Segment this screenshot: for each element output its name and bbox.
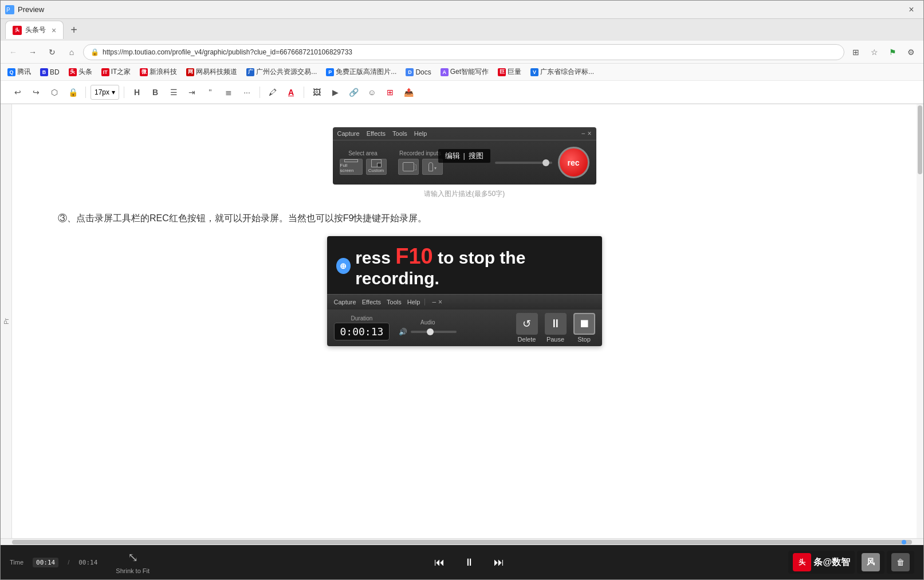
bookmark-icon-jl: 巨	[498, 68, 506, 76]
tab-close-button[interactable]: ×	[52, 26, 56, 35]
total-time: 00:14	[78, 559, 97, 566]
minimize-icon-2: –	[432, 298, 436, 306]
bookmark-bd[interactable]: B BD	[38, 67, 62, 77]
play-pause-button[interactable]: ⏸	[460, 553, 478, 571]
bookmark-sina[interactable]: 微 新浪科技	[137, 66, 179, 78]
tab-title: 头条号	[25, 25, 46, 35]
browser-chrome: 头 头条号 × + ← → ↻ ⌂ 🔒 https://mp.toutiao.c…	[1, 19, 923, 104]
upload-button[interactable]: 📤	[400, 84, 416, 100]
rec-button[interactable]: rec	[558, 147, 589, 178]
left-handle: Pr	[1, 104, 12, 538]
settings-button[interactable]: ⚙	[903, 44, 919, 60]
menu-tools: Tools	[392, 130, 407, 137]
duration-label: Duration	[351, 315, 373, 322]
bookmark-icon-bd: B	[40, 68, 48, 76]
eraser-button[interactable]: ⬡	[46, 84, 62, 100]
bookmark-photo[interactable]: P 免费正版高清图片...	[324, 66, 399, 78]
star-button[interactable]: ☆	[866, 44, 882, 60]
undo-button[interactable]: ↩	[10, 84, 26, 100]
shrink-icon: ⤡	[128, 550, 138, 565]
bookmark-tencent[interactable]: Q 腾讯	[5, 66, 33, 78]
highlight-button[interactable]: 🖍	[265, 84, 281, 100]
table-button[interactable]: ⊞	[382, 84, 398, 100]
menu-effects: Effects	[367, 130, 386, 137]
pause-button[interactable]: ⏸ Pause	[545, 313, 567, 343]
tab-bar: 头 头条号 × +	[1, 19, 923, 41]
bookmark-163[interactable]: 网 网易科技频道	[184, 66, 239, 78]
stop-button[interactable]: ⏹ Stop	[573, 313, 595, 343]
bookmark-ithome[interactable]: IT IT之家	[99, 66, 133, 78]
menu-effects-2: Effects	[362, 299, 381, 305]
watermark-icon-2: 风	[862, 553, 880, 571]
screenshot-image-1: Capture Effects Tools Help − ×	[333, 127, 596, 185]
content-paragraph[interactable]: ③、点击录屏工具栏的REC红色按钮，就可以开始录屏。当然也可以按F9快捷键开始录…	[58, 210, 871, 227]
menu-tools-2: Tools	[387, 299, 402, 305]
left-handle-text: Pr	[3, 318, 10, 324]
indent-button[interactable]: ⇥	[184, 84, 200, 100]
window-title: Preview	[18, 5, 904, 14]
bookmark-icon-photo: P	[326, 68, 334, 76]
refresh-button[interactable]: ↻	[44, 44, 60, 60]
quote-button[interactable]: "	[202, 84, 218, 100]
svg-text:P: P	[6, 7, 10, 13]
main-content: Pr Capture Effects Tools Help	[1, 104, 923, 538]
scroll-thumb-h[interactable]	[12, 540, 912, 544]
close-button[interactable]: ×	[904, 2, 919, 17]
redo-button[interactable]: ↪	[28, 84, 44, 100]
bookmarks-bar: Q 腾讯 B BD 头 头条 IT IT之家 微 新浪科技 网 网易科技频道	[1, 64, 923, 81]
prev-frame-button[interactable]: ⏮	[430, 553, 449, 571]
font-size-selector[interactable]: 17px ▾	[91, 85, 119, 100]
list-button[interactable]: ☰	[166, 84, 182, 100]
delete-button[interactable]: ↺ Delete	[516, 313, 538, 343]
playback-controls: ⏮ ⏸ ⏭	[159, 553, 779, 571]
scroll-dot	[902, 540, 906, 544]
link-button[interactable]: 🔗	[345, 84, 361, 100]
bottom-scrollbar[interactable]	[1, 538, 923, 545]
webcam-btn	[398, 159, 419, 175]
window: P Preview × 头 头条号 × + ← → ↻ ⌂ 🔒 https://…	[0, 0, 924, 580]
next-frame-button[interactable]: ⏭	[490, 553, 508, 571]
menu-help: Help	[414, 130, 427, 137]
select-area-label: Select area	[348, 150, 378, 156]
home-button[interactable]: ⌂	[64, 44, 80, 60]
color-button[interactable]: A	[283, 84, 299, 100]
nav-bar: ← → ↻ ⌂ 🔒 https://mp.toutiao.com/profile…	[1, 41, 923, 64]
watermark-text: 条@数智	[813, 557, 850, 569]
toolbar-divider-2	[124, 87, 124, 98]
browser-tab[interactable]: 头 头条号 ×	[5, 21, 64, 39]
back-button[interactable]: ←	[5, 44, 21, 60]
bookmark-docs[interactable]: D Docs	[403, 67, 433, 77]
emoji-button[interactable]: ☺	[364, 84, 380, 100]
align-button[interactable]: ≣	[221, 84, 237, 100]
forward-button[interactable]: →	[25, 44, 41, 60]
more-button[interactable]: ···	[239, 84, 255, 100]
flag-button[interactable]: ⚑	[884, 44, 901, 60]
scrollbar-thumb[interactable]	[918, 105, 922, 174]
editor-area[interactable]: Capture Effects Tools Help − ×	[12, 104, 917, 538]
edit-overlay: 编辑|搜图	[438, 149, 490, 163]
close-icon-s1: ×	[587, 130, 591, 138]
menu-help-2: Help	[407, 299, 420, 305]
watermark-icon-3: 🗑	[891, 553, 910, 571]
image-caption: 请输入图片描述(最多50字)	[424, 189, 505, 199]
bookmark-gz[interactable]: 广 广州公共资源交易...	[244, 66, 319, 78]
new-tab-button[interactable]: +	[66, 22, 82, 38]
heading-button[interactable]: H	[129, 84, 145, 100]
address-bar[interactable]: 🔒 https://mp.toutiao.com/profile_v4/grap…	[83, 44, 844, 60]
bookmark-toutiao[interactable]: 头 头条	[66, 66, 95, 78]
bookmark-jl[interactable]: 巨 巨量	[496, 66, 524, 78]
editor-toolbar: ↩ ↪ ⬡ 🔒 17px ▾ H B ☰ ⇥ " ≣ ··· 🖍 A 🖼 ▶ 🔗…	[1, 81, 923, 104]
video-button[interactable]: ▶	[327, 84, 343, 100]
grid-view-button[interactable]: ⊞	[848, 44, 864, 60]
shrink-to-fit-button[interactable]: ⤡ Shrink to Fit	[116, 550, 150, 574]
bookmark-icon-sina: 微	[140, 68, 148, 76]
lock-button[interactable]: 🔒	[65, 84, 81, 100]
image-button[interactable]: 🖼	[309, 84, 325, 100]
bookmark-gd[interactable]: V 广东省综合评标...	[528, 66, 596, 78]
bold-button[interactable]: B	[147, 84, 163, 100]
screen-indicator: ⊕	[336, 258, 351, 274]
bookmark-icon-ai: A	[441, 68, 449, 76]
tab-favicon: 头	[13, 26, 22, 35]
bookmark-ai[interactable]: A Get智能写作	[438, 66, 491, 78]
right-scrollbar[interactable]	[917, 104, 923, 538]
